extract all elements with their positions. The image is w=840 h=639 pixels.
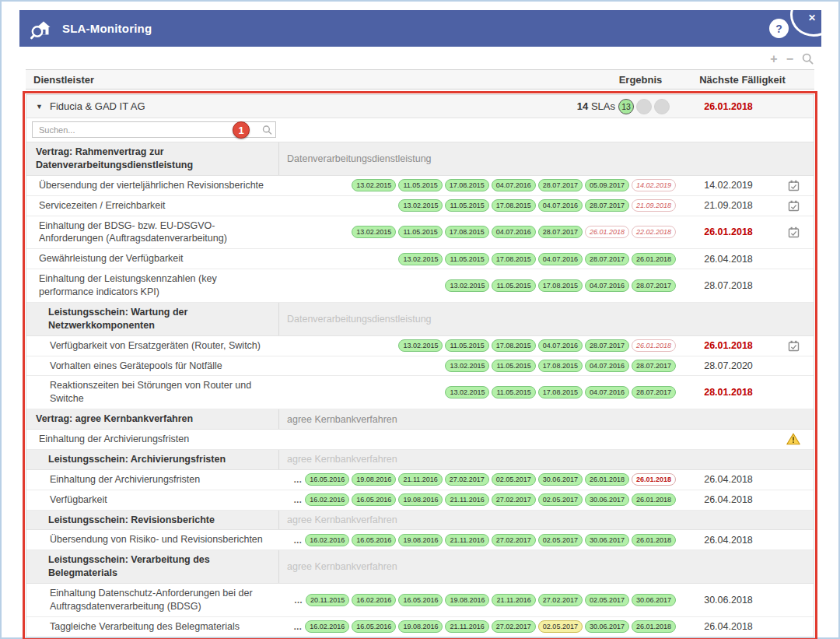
result-pill-passed[interactable]: 04.07.2016 xyxy=(585,360,629,372)
result-pill-passed[interactable]: 17.08.2015 xyxy=(492,199,536,212)
result-pill-passed[interactable]: 11.05.2015 xyxy=(492,386,535,398)
result-pill-passed[interactable]: 04.07.2016 xyxy=(585,386,629,398)
result-pill-passed[interactable]: 21.11.2016 xyxy=(492,594,535,606)
result-pill-passed[interactable]: 27.02.2017 xyxy=(492,534,536,546)
sla-row[interactable]: Servicezeiten / Erreichbarkeit13.02.2015… xyxy=(26,196,814,216)
result-pill-passed[interactable]: 11.05.2015 xyxy=(445,253,488,265)
add-button[interactable]: + xyxy=(770,53,777,65)
sla-row[interactable]: Übersendung der vierteljährlichen Revisi… xyxy=(26,176,814,196)
sla-row[interactable]: Einhaltung der Leistungskennzahlen (key … xyxy=(26,269,814,303)
result-pill-passed[interactable]: 19.08.2016 xyxy=(398,534,443,546)
result-pill-passed[interactable]: 17.08.2015 xyxy=(445,179,489,191)
result-pill-passed[interactable]: 21.11.2016 xyxy=(445,534,488,546)
result-pill-passed[interactable]: 26.01.2018 xyxy=(585,473,629,486)
result-pill-passed[interactable]: 16.05.2016 xyxy=(352,620,396,633)
result-pill-passed[interactable]: 21.11.2016 xyxy=(445,620,488,633)
result-pill-passed[interactable]: 04.07.2016 xyxy=(538,253,583,265)
result-pill-upcoming[interactable]: 26.01.2018 xyxy=(585,226,629,238)
result-pill-passed[interactable]: 13.02.2015 xyxy=(445,279,489,292)
result-pill-passed[interactable]: 30.06.2017 xyxy=(538,473,583,486)
result-pill-passed[interactable]: 13.02.2015 xyxy=(398,339,443,352)
sla-row[interactable]: Einhaltung Datenschutz-Anforderungen bei… xyxy=(26,584,814,617)
result-pill-passed[interactable]: 17.08.2015 xyxy=(492,253,536,265)
result-pill-passed[interactable]: 19.08.2016 xyxy=(352,473,396,486)
result-pill-passed[interactable]: 19.08.2016 xyxy=(445,594,489,606)
result-pill-passed[interactable]: 27.02.2017 xyxy=(445,473,489,486)
result-pill-passed[interactable]: 16.02.2016 xyxy=(305,534,349,546)
result-pill-passed[interactable]: 04.07.2016 xyxy=(492,226,536,238)
result-pill-passed[interactable]: 04.07.2016 xyxy=(538,199,583,212)
result-pill-passed[interactable]: 30.06.2017 xyxy=(585,493,629,506)
result-pill-passed[interactable]: 16.05.2016 xyxy=(352,493,396,506)
result-pill-upcoming[interactable]: 26.01.2018 xyxy=(632,339,676,352)
result-pill-passed[interactable]: 13.02.2015 xyxy=(445,360,489,372)
help-button[interactable]: ? xyxy=(769,19,789,38)
result-pill-passed[interactable]: 16.05.2016 xyxy=(305,473,349,486)
calendar-icon[interactable] xyxy=(773,200,814,212)
result-pill-passed[interactable]: 02.05.2017 xyxy=(585,594,629,606)
result-pill-passed[interactable]: 27.02.2017 xyxy=(492,620,536,633)
result-pill-passed[interactable]: 02.05.2017 xyxy=(492,473,536,486)
result-pill-passed[interactable]: 28.07.2017 xyxy=(585,339,629,352)
result-pill-passed[interactable]: 28.07.2017 xyxy=(632,386,676,398)
result-pill-passed[interactable]: 04.07.2016 xyxy=(492,179,536,191)
result-pill-upcoming[interactable]: 21.09.2018 xyxy=(632,199,676,212)
result-pill-passed[interactable]: 26.01.2018 xyxy=(632,620,676,633)
close-button[interactable]: ✕ xyxy=(808,12,816,23)
sla-row[interactable]: Einhaltung der Archivierungsfristen xyxy=(26,430,814,450)
result-pill-passed[interactable]: 16.05.2016 xyxy=(398,594,443,606)
result-pill-passed[interactable]: 11.05.2015 xyxy=(445,199,488,212)
sla-row[interactable]: Übersendung von Risiko- und Revisionsber… xyxy=(26,530,814,550)
result-pill-passed[interactable]: 02.05.2017 xyxy=(538,534,583,546)
result-pill-passed[interactable]: 17.08.2015 xyxy=(445,226,489,238)
result-pill-passed[interactable]: 30.06.2017 xyxy=(632,594,676,606)
result-pill-passed[interactable]: 11.05.2015 xyxy=(492,360,535,372)
result-pill-passed[interactable]: 04.07.2016 xyxy=(538,339,583,352)
result-pill-passed[interactable]: 27.02.2017 xyxy=(538,594,583,606)
result-pill-passed[interactable]: 26.01.2018 xyxy=(632,493,676,506)
result-pill-passed[interactable]: 19.08.2016 xyxy=(398,620,443,633)
result-pill-passed[interactable]: 30.06.2017 xyxy=(585,620,629,633)
result-pill-passed[interactable]: 28.07.2017 xyxy=(632,279,676,292)
result-pill-warning[interactable]: 02.05.2017 xyxy=(538,620,583,633)
sla-row[interactable]: Verfügbarkeit von Ersatzgeräten (Router,… xyxy=(26,336,814,356)
result-pill-overdue[interactable]: 26.01.2018 xyxy=(632,473,676,486)
sla-row[interactable]: Taggleiche Verarbeitung des Belegmateria… xyxy=(26,617,814,637)
result-pill-passed[interactable]: 28.07.2017 xyxy=(585,253,629,265)
result-pill-passed[interactable]: 19.08.2016 xyxy=(398,493,443,506)
result-pill-passed[interactable]: 13.02.2015 xyxy=(398,199,443,212)
sla-row[interactable]: Vorhalten eines Gerätepools für Notfälle… xyxy=(26,356,814,377)
result-pill-passed[interactable]: 11.05.2015 xyxy=(398,226,442,238)
result-pill-passed[interactable]: 13.02.2015 xyxy=(352,179,396,191)
result-pill-passed[interactable]: 05.09.2017 xyxy=(585,179,629,191)
calendar-icon[interactable] xyxy=(773,340,814,352)
result-pill-passed[interactable]: 17.08.2015 xyxy=(538,279,583,292)
result-pill-passed[interactable]: 02.05.2017 xyxy=(538,493,583,506)
sla-row[interactable]: Einhaltung der Archivierungsfristen…16.0… xyxy=(26,470,814,490)
search-icon[interactable] xyxy=(802,53,814,65)
result-pill-passed[interactable]: 26.01.2018 xyxy=(632,253,676,265)
remove-button[interactable]: − xyxy=(786,53,793,65)
sla-row[interactable]: Reaktionszeiten bei Störungen von Router… xyxy=(26,376,814,409)
collapse-icon[interactable]: ▼ xyxy=(36,103,46,111)
calendar-icon[interactable] xyxy=(773,226,814,238)
result-pill-passed[interactable]: 27.02.2017 xyxy=(492,493,536,506)
result-pill-passed[interactable]: 13.02.2015 xyxy=(398,253,443,265)
result-pill-passed[interactable]: 16.02.2016 xyxy=(305,493,349,506)
result-pill-passed[interactable]: 28.07.2017 xyxy=(585,199,629,212)
result-pill-passed[interactable]: 11.05.2015 xyxy=(492,279,535,292)
calendar-icon[interactable] xyxy=(773,180,814,191)
result-pill-passed[interactable]: 30.06.2017 xyxy=(585,534,629,546)
result-pill-passed[interactable]: 28.07.2017 xyxy=(632,360,676,372)
result-pill-passed[interactable]: 26.01.2018 xyxy=(632,534,676,546)
result-pill-passed[interactable]: 16.05.2016 xyxy=(352,534,396,546)
sla-row[interactable]: Gewährleistung der Verfügbarkeit13.02.20… xyxy=(26,249,814,269)
result-pill-passed[interactable]: 28.07.2017 xyxy=(538,226,583,238)
result-pill-passed[interactable]: 13.02.2015 xyxy=(445,386,489,398)
result-pill-passed[interactable]: 13.02.2015 xyxy=(352,226,396,238)
result-pill-passed[interactable]: 16.02.2016 xyxy=(352,594,396,606)
result-pill-passed[interactable]: 11.05.2015 xyxy=(445,339,488,352)
result-pill-passed[interactable]: 21.11.2016 xyxy=(398,473,442,486)
provider-row[interactable]: ▼Fiducia & GAD IT AG14 SLAs1326.01.2018 xyxy=(26,95,814,118)
result-pill-upcoming[interactable]: 14.02.2019 xyxy=(632,179,676,191)
